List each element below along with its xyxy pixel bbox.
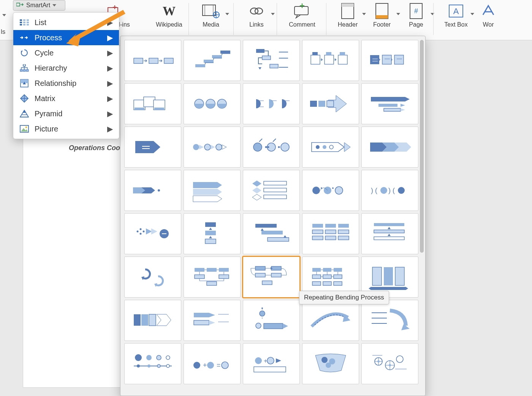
svg-rect-125 [268,238,289,241]
smartart-thumb-13[interactable] [302,127,359,168]
smartart-thumb-9[interactable] [361,83,418,124]
svg-rect-134 [312,236,323,240]
smartart-thumb-33[interactable] [302,300,359,341]
svg-text:+: + [264,358,267,364]
submenu-arrow-icon: ▶ [107,63,113,73]
wordart-label: Wor [483,21,494,28]
svg-rect-170 [141,314,148,326]
smartart-thumb-16[interactable] [184,170,241,211]
smartart-thumb-7[interactable] [243,83,300,124]
smartart-thumb-36[interactable]: += [184,343,241,384]
header-button[interactable]: Header [331,2,365,28]
smartart-thumb-34[interactable] [361,300,418,341]
smartart-thumb-19[interactable]: ) () ( [361,170,418,211]
matrix-icon [19,94,29,103]
svg-point-113 [143,231,145,233]
svg-rect-38 [382,55,391,64]
smartart-thumb-38[interactable] [302,343,359,384]
smartart-thumb-6[interactable] [184,83,241,124]
menu-item-matrix[interactable]: Matrix▶ [13,91,119,106]
smartart-thumb-3[interactable] [302,40,359,81]
smartart-thumb-22[interactable] [243,213,300,254]
smartart-thumb-20[interactable] [124,213,181,254]
smartart-thumb-1[interactable] [184,40,241,81]
menu-item-hierarchy[interactable]: Hierarchy▶ [13,60,119,76]
menu-item-pyramid[interactable]: Pyramid▶ [13,106,119,121]
menu-item-cycle[interactable]: Cycle▶ [13,45,119,60]
smartart-thumb-35[interactable] [124,343,181,384]
smartart-thumb-26[interactable] [184,257,241,298]
picture-icon [19,125,29,133]
smartart-thumb-27[interactable] [243,257,300,298]
svg-point-109 [398,187,405,194]
links-button[interactable]: Links [239,2,274,28]
smartart-thumb-39[interactable] [361,343,418,384]
svg-rect-220 [23,19,25,21]
media-button[interactable]: Media [194,2,228,28]
svg-rect-155 [262,281,272,285]
smartart-thumb-4[interactable] [361,40,418,81]
smartart-thumb-2[interactable] [243,40,300,81]
svg-point-193 [137,364,140,367]
menu-item-process[interactable]: Process▶ [13,30,119,45]
svg-point-112 [140,233,142,235]
smartart-thumb-23[interactable] [302,213,359,254]
page-number-button[interactable]: # Page [399,2,433,28]
svg-rect-56 [310,101,317,107]
scrollbar-thumb[interactable] [420,40,424,253]
gallery-scrollbar[interactable] [419,39,424,393]
smartart-thumb-30[interactable] [124,300,181,341]
svg-point-204 [267,357,274,364]
media-icon [200,2,222,20]
menu-item-relationship[interactable]: Relationship▶ [13,76,119,91]
smartart-thumb-11[interactable] [184,127,241,168]
svg-rect-22 [212,55,222,58]
smartart-thumb-8[interactable] [302,83,359,124]
smartart-thumb-18[interactable] [302,170,359,211]
svg-rect-24 [256,49,264,53]
wordart-button[interactable]: Wor [475,2,502,28]
svg-marker-59 [371,97,410,101]
footer-button[interactable]: Footer [365,2,399,28]
smartart-button[interactable]: SmartArt [13,0,65,11]
smartart-thumb-32[interactable] [243,300,300,341]
smartart-icon [16,2,24,9]
smartart-thumb-15[interactable] [124,170,181,211]
smartart-thumb-37[interactable]: + [243,343,300,384]
comment-button[interactable]: Comment [281,2,323,28]
svg-point-190 [146,355,152,360]
svg-point-111 [140,228,142,230]
ribbon-separator [233,3,234,35]
smartart-thumb-25[interactable] [124,257,181,298]
text-box-icon: A [445,2,467,20]
svg-point-6 [250,8,258,14]
svg-rect-148 [219,275,229,279]
smartart-thumb-14[interactable] [361,127,418,168]
menu-item-list[interactable]: List▶ [13,15,119,30]
svg-rect-164 [334,282,342,285]
smartart-thumb-0[interactable] [124,40,181,81]
wikipedia-button[interactable]: W Wikipedia [152,2,186,28]
smartart-thumb-24[interactable] [361,213,418,254]
footer-label: Footer [373,21,391,28]
smartart-thumb-17[interactable] [243,170,300,211]
menu-item-picture[interactable]: Picture▶ [13,121,119,136]
text-box-button[interactable]: A Text Box [437,2,475,28]
svg-rect-123 [255,224,277,228]
menu-item-label: Cycle [35,49,102,57]
smartart-thumb-21[interactable] [184,213,241,254]
smartart-thumb-31[interactable] [184,300,241,341]
links-icon [246,2,267,20]
svg-rect-35 [326,52,331,55]
smartart-thumb-5[interactable] [124,83,181,124]
menu-item-label: List [35,18,102,27]
ribbon-prev-chevron[interactable] [2,11,10,19]
svg-rect-132 [325,230,336,234]
wikipedia-label: Wikipedia [156,21,182,28]
ribbon-label-trunc: ls [1,28,5,36]
chevron-down-icon [52,4,56,6]
smartart-thumb-10[interactable] [124,127,181,168]
svg-rect-57 [318,101,325,107]
svg-point-107 [380,187,387,194]
smartart-thumb-12[interactable] [243,127,300,168]
